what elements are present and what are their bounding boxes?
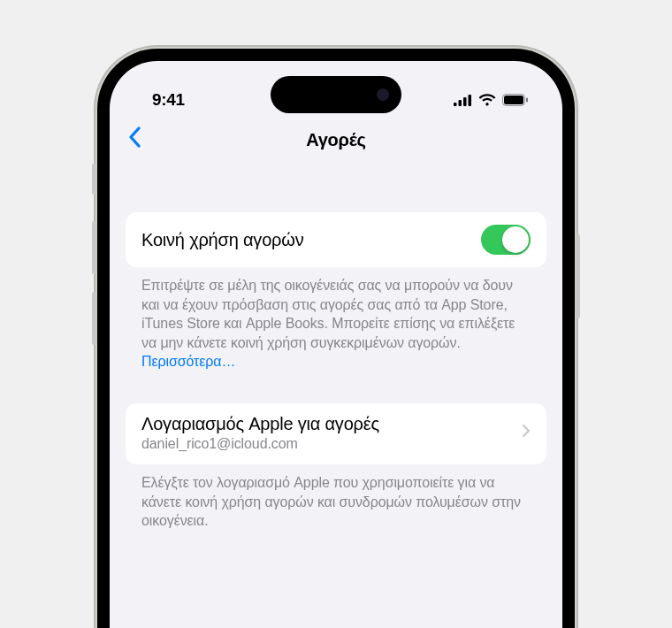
content-area: Κοινή χρήση αγορών Επιτρέψτε σε μέλη της… xyxy=(110,166,562,531)
share-purchases-toggle[interactable] xyxy=(481,225,531,255)
phone-frame: 9:41 xyxy=(97,49,575,628)
toggle-knob xyxy=(502,226,529,253)
chevron-left-icon xyxy=(127,126,141,148)
camera-icon xyxy=(377,88,389,101)
status-icons xyxy=(454,94,529,106)
status-time: 9:41 xyxy=(152,90,185,110)
account-row-title: Λογαριασμός Apple για αγορές xyxy=(141,414,379,434)
more-link[interactable]: Περισσότερα… xyxy=(141,354,235,369)
footer-text-content: Επιτρέψτε σε μέλη της οικογένειάς σας να… xyxy=(141,278,515,350)
nav-bar: Αγορές xyxy=(110,118,562,166)
page-title: Αγορές xyxy=(306,130,366,150)
share-purchases-row: Κοινή χρήση αγορών xyxy=(126,212,546,267)
account-row-subtitle: daniel_rico1@icloud.com xyxy=(141,436,379,452)
svg-rect-3 xyxy=(469,95,472,106)
dynamic-island xyxy=(271,76,401,113)
account-text-group: Λογαριασμός Apple για αγορές daniel_rico… xyxy=(141,414,379,452)
cellular-icon xyxy=(454,95,472,106)
volume-up-button xyxy=(92,221,96,274)
svg-rect-5 xyxy=(504,96,523,104)
wifi-icon xyxy=(478,94,496,106)
share-purchases-footer: Επιτρέψτε σε μέλη της οικογένειάς σας να… xyxy=(126,267,546,371)
back-button[interactable] xyxy=(127,126,141,151)
volume-down-button xyxy=(92,292,96,345)
share-purchases-label: Κοινή χρήση αγορών xyxy=(141,230,303,250)
account-row-footer: Ελέγξτε τον λογαριασμό Apple που χρησιμο… xyxy=(126,464,546,531)
svg-rect-2 xyxy=(463,97,467,106)
battery-icon xyxy=(502,94,529,106)
screen: 9:41 xyxy=(110,61,562,628)
apple-account-row[interactable]: Λογαριασμός Apple για αγορές daniel_rico… xyxy=(126,403,546,464)
side-button xyxy=(92,164,96,195)
svg-rect-6 xyxy=(526,98,528,103)
svg-rect-0 xyxy=(454,103,457,106)
chevron-right-icon xyxy=(522,424,531,441)
power-button xyxy=(576,234,580,318)
svg-rect-1 xyxy=(459,100,462,106)
